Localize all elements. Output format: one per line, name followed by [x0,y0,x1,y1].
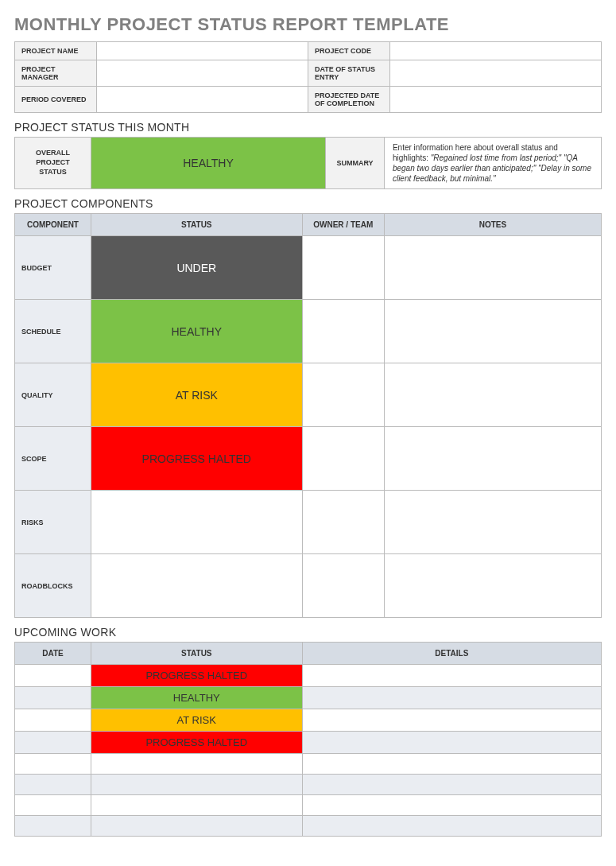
table-row: HEALTHY [15,687,602,709]
status-month-heading: PROJECT STATUS THIS MONTH [14,121,602,134]
table-row [15,775,602,795]
component-status: HEALTHY [91,300,302,363]
summary-label: SUMMARY [326,138,385,189]
components-header-status: STATUS [91,214,302,236]
upcoming-details [302,709,601,732]
component-owner [302,491,384,554]
component-label: RISKS [15,491,91,554]
component-owner [302,363,384,427]
upcoming-details [302,665,601,687]
upcoming-status: PROGRESS HALTED [91,732,302,754]
components-header-component: COMPONENT [15,214,91,236]
upcoming-date [15,816,91,837]
table-row: SCHEDULEHEALTHY [15,300,602,363]
upcoming-date [15,665,91,687]
upcoming-details [302,816,601,837]
component-owner [302,236,384,300]
component-label: SCOPE [15,427,91,491]
upcoming-heading: UPCOMING WORK [14,626,602,639]
table-row [15,816,602,837]
meta-value [97,60,308,87]
component-notes [384,300,601,363]
component-status: UNDER [91,236,302,300]
table-row [15,795,602,816]
upcoming-status [91,754,302,775]
component-status: AT RISK [91,363,302,427]
meta-table: PROJECT NAMEPROJECT CODEPROJECT MANAGERD… [14,41,602,113]
table-row: RISKS [15,491,602,554]
components-table: COMPONENT STATUS OWNER / TEAM NOTES BUDG… [14,213,602,618]
meta-value [97,42,308,60]
component-owner [302,300,384,363]
meta-value [390,87,602,113]
upcoming-status [91,795,302,816]
upcoming-date [15,775,91,795]
table-row: PROGRESS HALTED [15,665,602,687]
component-notes [384,363,601,427]
component-label: SCHEDULE [15,300,91,363]
upcoming-details [302,795,601,816]
component-notes [384,236,601,300]
upcoming-date [15,687,91,709]
upcoming-table: DATE STATUS DETAILS PROGRESS HALTEDHEALT… [14,642,602,837]
component-owner [302,554,384,618]
upcoming-status: HEALTHY [91,687,302,709]
upcoming-header-details: DETAILS [302,643,601,665]
upcoming-header-status: STATUS [91,643,302,665]
table-row: ROADBLOCKS [15,554,602,618]
meta-label: PROJECT CODE [308,42,389,60]
component-owner [302,427,384,491]
upcoming-status: AT RISK [91,709,302,732]
page-title: MONTHLY PROJECT STATUS REPORT TEMPLATE [14,14,602,35]
summary-text: Enter information here about overall sta… [384,138,601,189]
upcoming-details [302,687,601,709]
table-row: PROGRESS HALTED [15,732,602,754]
overall-status-label: OVERALL PROJECT STATUS [15,138,91,189]
upcoming-details [302,754,601,775]
component-label: QUALITY [15,363,91,427]
components-header-owner: OWNER / TEAM [302,214,384,236]
meta-label: DATE OF STATUS ENTRY [308,60,389,87]
component-notes [384,491,601,554]
component-notes [384,554,601,618]
status-month-table: OVERALL PROJECT STATUS HEALTHY SUMMARY E… [14,137,602,189]
table-row: QUALITYAT RISK [15,363,602,427]
table-row: AT RISK [15,709,602,732]
upcoming-date [15,795,91,816]
upcoming-date [15,754,91,775]
components-heading: PROJECT COMPONENTS [14,197,602,210]
table-row: BUDGETUNDER [15,236,602,300]
upcoming-header-date: DATE [15,643,91,665]
meta-label: PROJECTED DATE OF COMPLETION [308,87,389,113]
overall-status-value: HEALTHY [91,138,325,189]
upcoming-details [302,732,601,754]
upcoming-status: PROGRESS HALTED [91,665,302,687]
component-label: ROADBLOCKS [15,554,91,618]
meta-value [390,42,602,60]
meta-label: PROJECT MANAGER [15,60,97,87]
upcoming-details [302,775,601,795]
component-notes [384,427,601,491]
upcoming-date [15,732,91,754]
meta-value [97,87,308,113]
table-row: SCOPEPROGRESS HALTED [15,427,602,491]
component-status [91,554,302,618]
upcoming-date [15,709,91,732]
upcoming-status [91,775,302,795]
component-status [91,491,302,554]
meta-label: PERIOD COVERED [15,87,97,113]
meta-value [390,60,602,87]
upcoming-status [91,816,302,837]
table-row [15,754,602,775]
component-status: PROGRESS HALTED [91,427,302,491]
component-label: BUDGET [15,236,91,300]
components-header-notes: NOTES [384,214,601,236]
meta-label: PROJECT NAME [15,42,97,60]
